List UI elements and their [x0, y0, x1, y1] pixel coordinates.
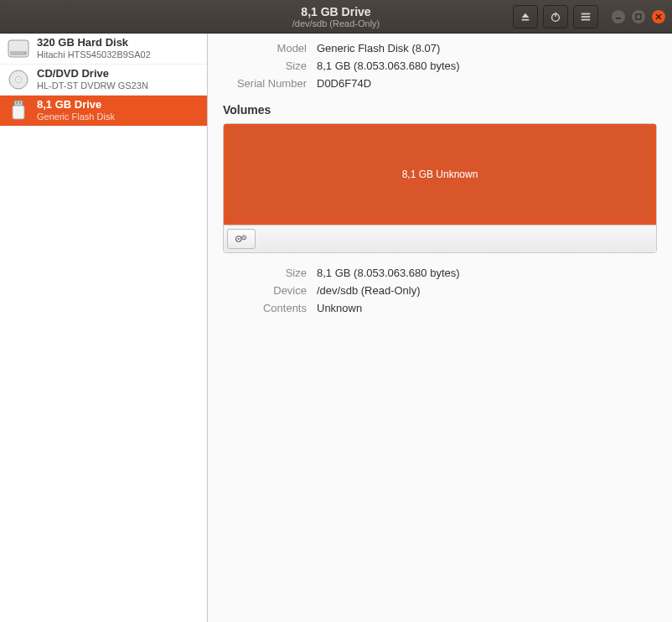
window-controls — [612, 10, 665, 23]
power-button[interactable] — [543, 5, 568, 29]
hamburger-icon — [580, 11, 592, 23]
drive-title: 320 GB Hard Disk — [37, 37, 151, 49]
volume-block-label: 8,1 GB Unknown — [402, 168, 478, 180]
hdd-icon — [7, 37, 30, 60]
vol-size-label: Size — [223, 267, 307, 279]
sidebar-item-usb[interactable]: 8,1 GB Drive Generic Flash Disk — [0, 96, 207, 127]
close-icon — [655, 13, 662, 20]
drive-title: CD/DVD Drive — [37, 68, 148, 80]
svg-rect-16 — [19, 102, 21, 104]
main-panel: Model Generic Flash Disk (8.07) Size 8,1… — [208, 34, 672, 622]
svg-rect-13 — [14, 101, 23, 106]
drive-text: CD/DVD Drive HL-DT-ST DVDRW GS23N — [37, 68, 148, 91]
vol-device-label: Device — [223, 284, 307, 297]
content-area: 320 GB Hard Disk Hitachi HTS545032B9SA02… — [0, 34, 672, 622]
drive-subtitle: HL-DT-ST DVDRW GS23N — [37, 80, 148, 91]
volume-settings-button[interactable] — [227, 229, 256, 249]
eject-button[interactable] — [513, 5, 538, 29]
maximize-icon — [635, 13, 642, 20]
svg-rect-5 — [616, 18, 621, 19]
svg-point-9 — [24, 53, 26, 54]
serial-value: D0D6F74D — [317, 77, 657, 90]
svg-rect-2 — [582, 13, 591, 14]
svg-rect-14 — [13, 106, 24, 119]
drive-text: 8,1 GB Drive Generic Flash Disk — [37, 99, 115, 122]
menu-button[interactable] — [573, 5, 598, 29]
svg-rect-3 — [582, 16, 591, 18]
gears-icon — [235, 233, 248, 245]
minimize-button[interactable] — [612, 10, 625, 23]
svg-point-20 — [243, 237, 244, 238]
svg-rect-15 — [16, 102, 18, 104]
titlebar-actions — [513, 5, 665, 29]
title-group: 8,1 GB Drive /dev/sdb (Read-Only) — [292, 5, 380, 29]
maximize-button[interactable] — [632, 10, 645, 23]
size-label: Size — [223, 60, 307, 72]
usb-icon — [7, 99, 30, 122]
volume-details: Size 8,1 GB (8.053.063.680 bytes) Device… — [223, 267, 657, 314]
volume-toolbar — [224, 225, 656, 252]
window: 8,1 GB Drive /dev/sdb (Read-Only) — [0, 0, 672, 622]
sidebar: 320 GB Hard Disk Hitachi HTS545032B9SA02… — [0, 34, 208, 622]
window-title: 8,1 GB Drive — [292, 5, 380, 18]
drive-subtitle: Generic Flash Disk — [37, 111, 115, 122]
model-value: Generic Flash Disk (8.07) — [317, 42, 657, 54]
drive-title: 8,1 GB Drive — [37, 99, 115, 111]
power-icon — [550, 11, 561, 23]
size-value: 8,1 GB (8.053.063.680 bytes) — [317, 60, 657, 72]
vol-size-value: 8,1 GB (8.053.063.680 bytes) — [317, 267, 657, 279]
volume-block[interactable]: 8,1 GB Unknown — [224, 124, 656, 225]
sidebar-item-optical[interactable]: CD/DVD Drive HL-DT-ST DVDRW GS23N — [0, 65, 207, 96]
svg-point-18 — [238, 238, 240, 240]
svg-rect-4 — [582, 18, 591, 20]
optical-icon — [7, 68, 30, 91]
minimize-icon — [615, 13, 622, 20]
volumes-header: Volumes — [223, 103, 657, 117]
volume-panel: 8,1 GB Unknown — [223, 123, 657, 253]
serial-label: Serial Number — [223, 77, 307, 90]
drive-details: Model Generic Flash Disk (8.07) Size 8,1… — [223, 42, 657, 90]
svg-point-12 — [18, 79, 19, 80]
titlebar: 8,1 GB Drive /dev/sdb (Read-Only) — [0, 0, 672, 34]
drive-text: 320 GB Hard Disk Hitachi HTS545032B9SA02 — [37, 37, 151, 60]
svg-rect-6 — [636, 14, 641, 19]
vol-contents-label: Contents — [223, 302, 307, 314]
window-subtitle: /dev/sdb (Read-Only) — [292, 18, 380, 29]
close-button[interactable] — [652, 10, 665, 23]
vol-contents-value: Unknown — [317, 302, 657, 314]
eject-icon — [520, 11, 531, 23]
sidebar-item-hdd[interactable]: 320 GB Hard Disk Hitachi HTS545032B9SA02 — [0, 34, 207, 65]
vol-device-value: /dev/sdb (Read-Only) — [317, 284, 657, 297]
model-label: Model — [223, 42, 307, 54]
drive-subtitle: Hitachi HTS545032B9SA02 — [37, 49, 151, 60]
